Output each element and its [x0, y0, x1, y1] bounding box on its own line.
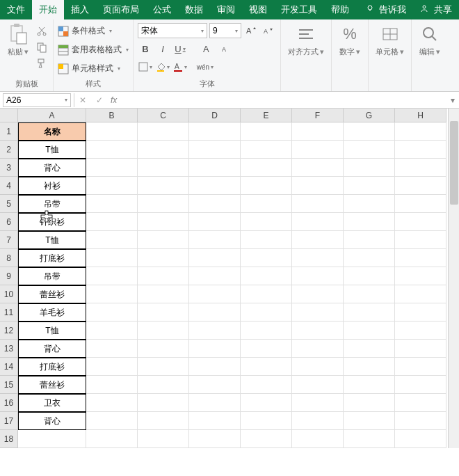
- cell[interactable]: [344, 285, 395, 303]
- cell[interactable]: [86, 159, 138, 177]
- cell[interactable]: [86, 412, 138, 430]
- tab-help[interactable]: 帮助: [324, 0, 356, 19]
- tab-tellme[interactable]: 告诉我: [359, 0, 414, 19]
- name-box[interactable]: A26▾: [3, 93, 71, 107]
- phonetic-button[interactable]: wén▾: [198, 59, 213, 74]
- align-button[interactable]: 对齐方式▾: [285, 22, 327, 58]
- cell[interactable]: [138, 159, 189, 177]
- border-button[interactable]: ▾: [138, 59, 153, 74]
- column-header[interactable]: B: [86, 109, 138, 122]
- cell[interactable]: [189, 376, 241, 394]
- number-button[interactable]: % 数字▾: [336, 22, 364, 58]
- font-color-button[interactable]: A▾: [172, 59, 188, 74]
- cell[interactable]: [138, 231, 189, 249]
- cell[interactable]: [395, 249, 446, 267]
- cell[interactable]: [292, 159, 344, 177]
- cell[interactable]: [292, 213, 344, 231]
- cell[interactable]: [395, 141, 446, 159]
- tab-layout[interactable]: 页面布局: [96, 0, 146, 19]
- cell[interactable]: [395, 177, 446, 195]
- cell[interactable]: [138, 358, 189, 376]
- cell[interactable]: [189, 358, 241, 376]
- row-header[interactable]: 8: [0, 249, 18, 267]
- cell[interactable]: [292, 195, 344, 213]
- row-header[interactable]: 2: [0, 141, 18, 159]
- cell[interactable]: [292, 267, 344, 285]
- tab-home[interactable]: 开始: [32, 0, 64, 19]
- cell[interactable]: [344, 394, 395, 412]
- cell[interactable]: [189, 213, 241, 231]
- cell[interactable]: [189, 195, 241, 213]
- cell[interactable]: [395, 303, 446, 322]
- tab-share[interactable]: 共享: [413, 0, 459, 19]
- cell[interactable]: [189, 122, 241, 141]
- cell[interactable]: 蕾丝衫: [18, 376, 86, 394]
- row-header[interactable]: 1: [0, 122, 18, 141]
- column-header[interactable]: E: [241, 109, 292, 122]
- column-header[interactable]: C: [138, 109, 189, 122]
- cell[interactable]: 卫衣: [18, 394, 86, 412]
- fx-icon[interactable]: fx: [111, 95, 117, 105]
- cell[interactable]: 吊带: [18, 195, 86, 213]
- cell[interactable]: [395, 358, 446, 376]
- cell[interactable]: [395, 394, 446, 412]
- cell[interactable]: [344, 141, 395, 159]
- cell[interactable]: [292, 141, 344, 159]
- cell[interactable]: [138, 177, 189, 195]
- paste-button[interactable]: 粘贴▾: [4, 22, 32, 58]
- cell[interactable]: [189, 177, 241, 195]
- cell[interactable]: [189, 340, 241, 358]
- cell[interactable]: [241, 394, 292, 412]
- cell[interactable]: [395, 267, 446, 285]
- row-header[interactable]: 18: [0, 430, 18, 448]
- cell-style-button[interactable]: 单元格样式▾: [58, 62, 129, 75]
- cell[interactable]: [138, 430, 189, 448]
- cell[interactable]: [138, 394, 189, 412]
- cell[interactable]: 背心: [18, 412, 86, 430]
- cell[interactable]: [241, 141, 292, 159]
- expand-formula-button[interactable]: ▾: [446, 95, 459, 105]
- scroll-thumb[interactable]: [450, 121, 458, 205]
- cell[interactable]: [138, 303, 189, 322]
- cell[interactable]: [189, 159, 241, 177]
- cell[interactable]: [344, 213, 395, 231]
- cell[interactable]: [138, 122, 189, 141]
- cell[interactable]: [189, 322, 241, 340]
- cell[interactable]: [344, 195, 395, 213]
- tab-data[interactable]: 数据: [178, 0, 210, 19]
- cell[interactable]: [241, 177, 292, 195]
- underline-button[interactable]: U▾: [172, 41, 188, 56]
- cell[interactable]: [241, 267, 292, 285]
- cell[interactable]: [292, 122, 344, 141]
- cell[interactable]: [86, 430, 138, 448]
- cell[interactable]: [241, 412, 292, 430]
- cell[interactable]: [292, 231, 344, 249]
- cell[interactable]: 名称: [18, 122, 86, 141]
- cell[interactable]: [344, 249, 395, 267]
- cell[interactable]: [241, 213, 292, 231]
- column-header[interactable]: F: [292, 109, 344, 122]
- font-shrink-icon[interactable]: A: [218, 41, 233, 56]
- cell[interactable]: [344, 159, 395, 177]
- tab-insert[interactable]: 插入: [64, 0, 96, 19]
- formula-input[interactable]: [120, 93, 446, 107]
- cell[interactable]: 衬衫: [18, 177, 86, 195]
- table-format-button[interactable]: 套用表格格式▾: [58, 43, 129, 56]
- cell[interactable]: [344, 412, 395, 430]
- cell[interactable]: [292, 340, 344, 358]
- cell[interactable]: [292, 430, 344, 448]
- cell[interactable]: [138, 267, 189, 285]
- cell[interactable]: [241, 376, 292, 394]
- cell[interactable]: [138, 141, 189, 159]
- cell[interactable]: [292, 394, 344, 412]
- cell[interactable]: [292, 177, 344, 195]
- row-header[interactable]: 3: [0, 159, 18, 177]
- accept-formula-button[interactable]: ✓: [91, 95, 108, 105]
- column-header[interactable]: G: [344, 109, 395, 122]
- cell[interactable]: [86, 376, 138, 394]
- cell[interactable]: 打底衫: [18, 358, 86, 376]
- cell[interactable]: [86, 303, 138, 322]
- cell[interactable]: [241, 340, 292, 358]
- cell[interactable]: [86, 322, 138, 340]
- cell[interactable]: [189, 285, 241, 303]
